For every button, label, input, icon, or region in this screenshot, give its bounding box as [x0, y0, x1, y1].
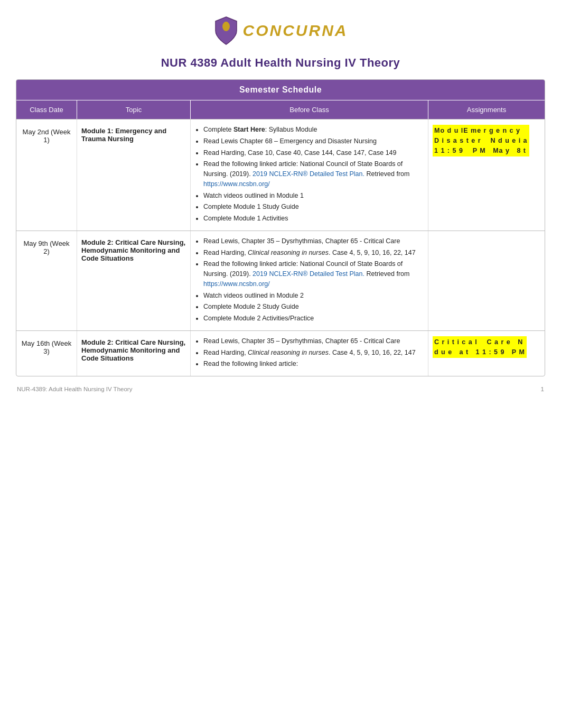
table-row: May 2nd (Week 1) Module 1: Emergency and…	[16, 119, 545, 231]
cell-before-1: Complete Start Here: Syllabus Module Rea…	[191, 119, 428, 231]
assignment-badge-1: Mo d u lE me r g e n c yD i s a s t e r …	[433, 125, 529, 156]
cell-topic-3: Module 2: Critical Care Nursing, Hemodyn…	[77, 331, 191, 376]
schedule-header: Semester Schedule	[16, 80, 545, 100]
column-headers: Class Date Topic Before Class Assignment…	[16, 100, 545, 119]
nclex-link-1[interactable]: 2019 NCLEX-RN® Detailed Test Plan.	[253, 170, 364, 178]
logo-wordmark: CONCURNA	[243, 22, 348, 40]
page-title: NUR 4389 Adult Health Nursing IV Theory	[16, 56, 545, 70]
cell-topic-1: Module 1: Emergency and Trauma Nursing	[77, 119, 191, 231]
assignment-badge-2: C r i t i c a l C a r e Nd u e a t 1 1 :…	[433, 336, 527, 358]
cell-assign-3: C r i t i c a l C a r e Nd u e a t 1 1 :…	[428, 331, 545, 376]
cell-assign-2	[428, 231, 545, 330]
nclex-link-2[interactable]: 2019 NCLEX-RN® Detailed Test Plan.	[253, 270, 364, 278]
cell-date-2: May 9th (Week 2)	[16, 231, 77, 330]
ncsbn-link-1[interactable]: https://www.ncsbn.org/	[203, 180, 270, 188]
cell-date-1: May 2nd (Week 1)	[16, 119, 77, 231]
footer-right: 1	[541, 386, 544, 392]
col-topic: Topic	[77, 100, 191, 119]
footer: NUR-4389: Adult Health Nursing IV Theory…	[16, 386, 545, 392]
svg-point-1	[224, 22, 228, 26]
logo-area: CONCURNA	[16, 11, 545, 51]
col-assignments: Assignments	[428, 100, 545, 119]
cell-before-2: Read Lewis, Chapter 35 – Dysrhythmias, C…	[191, 231, 428, 330]
ncsbn-link-2[interactable]: https://www.ncsbn.org/	[203, 280, 270, 288]
schedule-table: Semester Schedule Class Date Topic Befor…	[16, 79, 545, 376]
cell-topic-2: Module 2: Critical Care Nursing, Hemodyn…	[77, 231, 191, 330]
table-row: May 16th (Week 3) Module 2: Critical Car…	[16, 330, 545, 376]
cell-before-3: Read Lewis, Chapter 35 – Dysrhythmias, C…	[191, 331, 428, 376]
table-row: May 9th (Week 2) Module 2: Critical Care…	[16, 231, 545, 330]
cell-assign-1: Mo d u lE me r g e n c yD i s a s t e r …	[428, 119, 545, 231]
col-before-class: Before Class	[191, 100, 428, 119]
cell-date-3: May 16th (Week 3)	[16, 331, 77, 376]
footer-left: NUR-4389: Adult Health Nursing IV Theory	[17, 386, 132, 392]
shield-icon	[213, 16, 239, 45]
col-class-date: Class Date	[16, 100, 77, 119]
